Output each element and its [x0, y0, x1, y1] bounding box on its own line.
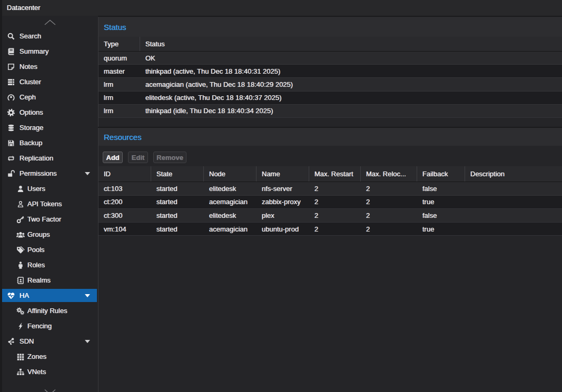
column-header-max-reloc-[interactable]: Max. Reloc...	[361, 166, 417, 182]
status-grid-body: quorumOKmasterthinkpad (active, Thu Dec …	[98, 52, 562, 118]
sidebar-item-inner: API Tokens	[2, 197, 97, 210]
remove-button[interactable]: Remove	[153, 152, 187, 163]
expander-expanded-icon[interactable]	[85, 340, 90, 343]
sidebar-item-realms[interactable]: Realms	[2, 273, 97, 288]
sitemap-icon	[16, 368, 25, 376]
cell-state: started	[151, 182, 204, 195]
sidebar-item-ceph[interactable]: Ceph	[2, 89, 97, 105]
search-icon	[7, 32, 15, 41]
sidebar-item-label: Ceph	[19, 93, 36, 101]
cell-id: vm:104	[98, 223, 151, 236]
cell-state: started	[151, 223, 204, 236]
cell-name: plex	[257, 209, 309, 222]
cell-name: nfs-server	[257, 182, 309, 195]
sidebar-item-label: Two Factor	[27, 215, 61, 223]
sidebar-item-api-tokens[interactable]: API Tokens	[2, 196, 97, 212]
status-row-3[interactable]: lrmelitedesk (active, Thu Dec 18 18:40:3…	[98, 92, 562, 105]
resource-row-3[interactable]: vm:104startedacemagicianubuntu-prod22tru…	[98, 223, 562, 236]
sidebar-item-two-factor[interactable]: Two Factor	[2, 212, 97, 227]
status-row-0[interactable]: quorumOK	[98, 52, 562, 65]
column-header-description[interactable]: Description	[465, 166, 562, 182]
sidebar-item-options[interactable]: Options	[2, 105, 97, 120]
cell-max-restart: 2	[309, 196, 361, 209]
database-icon	[7, 124, 15, 132]
sidebar-item-inner: Search	[2, 29, 97, 43]
sidebar-item-label: Groups	[27, 230, 50, 238]
sidebar-item-label: API Tokens	[27, 200, 62, 208]
sidebar-item-vnets[interactable]: VNets	[2, 364, 97, 379]
sidebar-item-storage[interactable]: Storage	[2, 120, 97, 135]
cell-id: ct:300	[98, 209, 151, 222]
cell-failback: true	[417, 223, 465, 236]
sidebar-item-cluster[interactable]: Cluster	[2, 74, 97, 89]
resources-panel-title: Resources	[104, 133, 142, 142]
cell-name: zabbix-proxy	[257, 196, 309, 209]
sidebar-item-notes[interactable]: Notes	[2, 59, 97, 74]
sidebar-item-groups[interactable]: Groups	[2, 227, 97, 242]
sidebar-item-label: Search	[19, 32, 41, 40]
sidebar-item-pools[interactable]: Pools	[2, 242, 97, 257]
add-button[interactable]: Add	[103, 152, 123, 163]
sidebar-item-label: Users	[27, 185, 45, 193]
floppy-icon	[7, 139, 15, 147]
sidebar-item-sdn[interactable]: SDN	[2, 334, 97, 349]
status-panel-header: Status	[98, 17, 562, 37]
male-icon	[16, 261, 25, 269]
sidebar-item-inner: Affinity Rules	[2, 304, 97, 317]
resource-row-1[interactable]: ct:200startedacemagicianzabbix-proxy22tr…	[98, 196, 562, 209]
cell-state: started	[151, 209, 204, 222]
resources-grid-body: ct:103startedelitedesknfs-server22falsec…	[98, 182, 562, 236]
sidebar-item-users[interactable]: Users	[2, 181, 97, 196]
status-panel-title: Status	[104, 23, 126, 32]
cell-type: quorum	[98, 52, 140, 64]
sidebar-item-replication[interactable]: Replication	[2, 150, 97, 166]
status-row-4[interactable]: lrmthinkpad (idle, Thu Dec 18 18:40:34 2…	[98, 105, 562, 118]
edit-button[interactable]: Edit	[128, 152, 148, 163]
sidebar-item-inner: Two Factor	[2, 213, 97, 226]
sidebar-item-label: Replication	[19, 154, 53, 162]
column-header-name[interactable]: Name	[257, 166, 309, 182]
sidebar-item-backup[interactable]: Backup	[2, 135, 97, 150]
resource-row-0[interactable]: ct:103startedelitedesknfs-server22false	[98, 182, 562, 196]
cell-state: started	[151, 196, 204, 209]
column-header-failback[interactable]: Failback	[417, 166, 465, 182]
column-header-id[interactable]: ID	[98, 166, 151, 182]
sidebar-item-label: Roles	[27, 261, 45, 269]
sidebar-item-inner: HA	[2, 289, 97, 302]
sidebar-item-permissions[interactable]: Permissions	[2, 166, 97, 181]
ceph-icon	[7, 93, 15, 102]
expander-expanded-icon[interactable]	[85, 294, 90, 297]
column-header-status[interactable]: Status	[140, 37, 562, 51]
sidebar-item-zones[interactable]: Zones	[2, 349, 97, 364]
cell-max-restart: 2	[309, 182, 361, 195]
cell-description	[465, 223, 562, 236]
resource-row-2[interactable]: ct:300startedelitedeskplex22false	[98, 209, 562, 223]
status-row-2[interactable]: lrmacemagician (active, Thu Dec 18 18:40…	[98, 78, 562, 91]
tree-scroll-up-indicator[interactable]	[2, 16, 97, 28]
tree-scroll-down-indicator[interactable]	[2, 384, 97, 392]
resources-toolbar: AddEditRemove	[98, 146, 562, 166]
cell-failback: false	[417, 182, 465, 195]
th-icon	[16, 353, 25, 361]
sidebar-item-ha[interactable]: HA	[2, 288, 97, 303]
sidebar-item-inner: Storage	[2, 121, 97, 134]
column-header-type[interactable]: Type	[98, 37, 140, 51]
column-header-node[interactable]: Node	[204, 166, 257, 182]
column-header-state[interactable]: State	[151, 166, 204, 182]
column-header-max-restart[interactable]: Max. Restart	[309, 166, 361, 182]
status-row-1[interactable]: masterthinkpad (active, Thu Dec 18 18:40…	[98, 65, 562, 78]
resources-grid-header: IDStateNodeNameMax. RestartMax. Reloc...…	[98, 166, 562, 182]
key-icon	[16, 215, 25, 224]
sidebar-item-roles[interactable]: Roles	[2, 257, 97, 273]
sidebar-item-inner: Permissions	[2, 167, 97, 180]
sidebar-item-summary[interactable]: Summary	[2, 44, 97, 59]
sidebar-item-fencing[interactable]: Fencing	[2, 318, 97, 334]
expander-expanded-icon[interactable]	[85, 172, 90, 175]
cell-type: lrm	[98, 105, 140, 117]
resources-panel: Resources AddEditRemove IDStateNodeNameM…	[98, 128, 562, 392]
cell-status: OK	[140, 52, 562, 64]
sidebar-item-search[interactable]: Search	[2, 28, 97, 44]
cell-max-restart: 2	[309, 209, 361, 222]
sidebar-item-affinity-rules[interactable]: Affinity Rules	[2, 303, 97, 318]
cell-type: master	[98, 65, 140, 77]
